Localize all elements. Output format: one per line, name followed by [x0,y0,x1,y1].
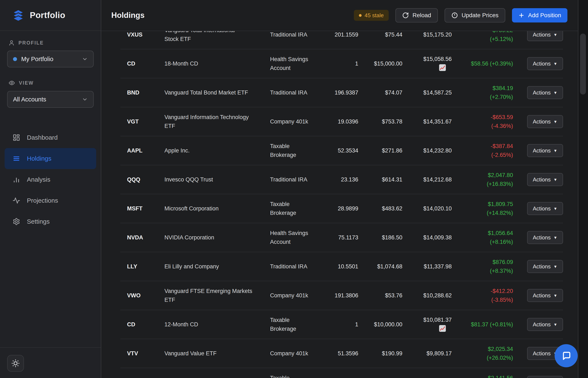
cell-name: Invesco QQQ Trust [158,175,263,184]
dropdown-arrow-icon: ▼ [553,178,557,182]
row-actions-button[interactable]: Actions ▼ [527,144,563,157]
sidebar-item-settings[interactable]: Settings [5,211,96,232]
cell-name: Vanguard FTSE Emerging MarketsETF [158,287,263,304]
cell-price: $753.78 [359,119,403,125]
cell-account: TaxableBrokerage [263,200,327,217]
cell-price: $186.50 [359,234,403,241]
table-row: BND Vanguard Total Bond Market ETF Tradi… [120,78,563,107]
cell-account: Traditional IRA [263,31,327,39]
value-lines: $14,020.10 [403,204,452,213]
chevron-down-icon [82,56,88,62]
cell-symbol: CD [120,321,158,328]
cell-price: $190.99 [359,350,403,357]
app-brand: Portfolio [0,0,101,31]
cell-account: TaxableBrokerage [263,316,327,333]
cell-quantity: 191.3806 [327,292,359,299]
add-position-button[interactable]: Add Position [512,8,567,23]
cell-gain: $876.09(+8.37%) [452,258,514,275]
sidebar-item-label: Projections [27,197,58,204]
cell-price: $74.07 [359,89,403,96]
cell-account: Traditional IRA [263,262,327,271]
cell-price: $271.86 [359,148,403,154]
chat-button[interactable] [555,344,578,367]
dropdown-arrow-icon: ▼ [553,323,557,326]
table-row: CD 12-Month CD TaxableBrokerage 1 $10,00… [120,310,563,339]
cell-name: 18-Month CD [158,59,263,68]
cell-name: Vanguard Total Bond Market ETF [158,88,263,97]
table-row: MSFT Microsoft Corporation TaxableBroker… [120,194,563,223]
cell-quantity: 19.0396 [327,119,359,125]
row-actions-button[interactable]: Actions ▼ [527,115,563,128]
row-actions-button[interactable]: Actions ▼ [527,376,563,378]
cell-gain: $2,025.34(+26.02%) [452,345,514,362]
cell-quantity: 10.5501 [327,263,359,270]
profile-select[interactable]: My Portfolio [7,51,94,68]
cell-actions: Actions ▼ [514,57,563,70]
cell-account: Health SavingsAccount [263,229,327,246]
cell-name: Vanguard Information TechnologyETF [158,113,263,130]
dropdown-arrow-icon: ▼ [553,149,557,153]
cell-symbol: LLY [120,263,158,270]
dashboard-grid-icon [13,134,20,141]
row-actions-button[interactable]: Actions ▼ [527,289,563,302]
row-actions-button[interactable]: Actions ▼ [527,260,563,273]
cell-quantity: 201.1559 [327,31,359,38]
layers-logo-icon [12,9,24,21]
cell-value: $10,081.37 [403,315,452,334]
cell-quantity: 196.9387 [327,89,359,96]
cell-name: Eli Lilly and Company [158,262,263,271]
cell-gain: $739.22(+5.12%) [452,31,514,43]
cell-quantity: 1 [327,321,359,328]
main-content: Holdings 45 stale Reload Update Price [101,0,578,378]
sidebar-item-holdings[interactable]: Holdings [5,148,96,169]
cell-symbol: QQQ [120,176,158,183]
row-actions-button[interactable]: Actions ▼ [527,57,563,70]
row-actions-button[interactable]: Actions ▼ [527,31,563,41]
value-lines: $10,081.37 [403,315,452,324]
chart-up-icon [439,325,446,332]
cell-quantity: 52.3534 [327,148,359,154]
view-label-text: VIEW [19,80,34,86]
cell-name: Vanguard Total InternationalStock ETF [158,31,263,43]
row-actions-button[interactable]: Actions ▼ [527,202,563,215]
actions-button-label: Actions [533,321,551,328]
profile-select-value: My Portfolio [21,56,78,63]
value-lines: $14,351.67 [403,117,452,126]
cell-price: $1,074.68 [359,263,403,270]
cell-account: Traditional IRA [263,175,327,184]
table-row: QQQ Invesco QQQ Trust Traditional IRA 23… [120,165,563,194]
theme-toggle-button[interactable] [7,355,24,372]
cell-price: $75.44 [359,31,403,38]
sidebar-item-dashboard[interactable]: Dashboard [5,127,96,148]
cell-account: Company 401k [263,117,327,126]
row-actions-button[interactable]: Actions ▼ [527,318,563,331]
sidebar-item-projections[interactable]: Projections [5,190,96,211]
holdings-table-body: VXUS Vanguard Total InternationalStock E… [120,31,563,378]
table-row: VGT Vanguard Information TechnologyETF C… [120,107,563,136]
reload-button[interactable]: Reload [395,8,438,23]
holdings-table: VXUS Vanguard Total InternationalStock E… [120,31,563,378]
actions-button-label: Actions [533,31,551,38]
cell-name: Apple Inc. [158,146,263,155]
row-actions-button[interactable]: Actions ▼ [527,173,563,186]
sidebar-item-label: Analysis [27,176,50,183]
app-name: Portfolio [30,11,65,20]
person-icon [8,40,15,46]
row-actions-button[interactable]: Actions ▼ [527,231,563,244]
cell-symbol: BND [120,89,158,96]
sidebar-nav: Dashboard Holdings Analysis [0,127,101,232]
table-row: VWO Vanguard FTSE Emerging MarketsETF Co… [120,281,563,310]
cell-symbol: AAPL [120,148,158,154]
sidebar-item-analysis[interactable]: Analysis [5,169,96,190]
stale-badge-text: 45 stale [365,12,384,19]
table-row: VTV Vanguard Value ETF Company 401k 51.3… [120,339,563,368]
scrollbar-thumb[interactable] [580,34,586,94]
view-section-label: VIEW [0,80,101,86]
sidebar-item-label: Holdings [27,155,52,162]
cell-quantity: 51.3596 [327,350,359,357]
row-actions-button[interactable]: Actions ▼ [527,86,563,99]
cell-actions: Actions ▼ [514,86,563,99]
view-select[interactable]: All Accounts [7,91,94,108]
update-prices-button[interactable]: Update Prices [445,8,505,23]
cell-name: Vanguard Value ETF [158,349,263,358]
